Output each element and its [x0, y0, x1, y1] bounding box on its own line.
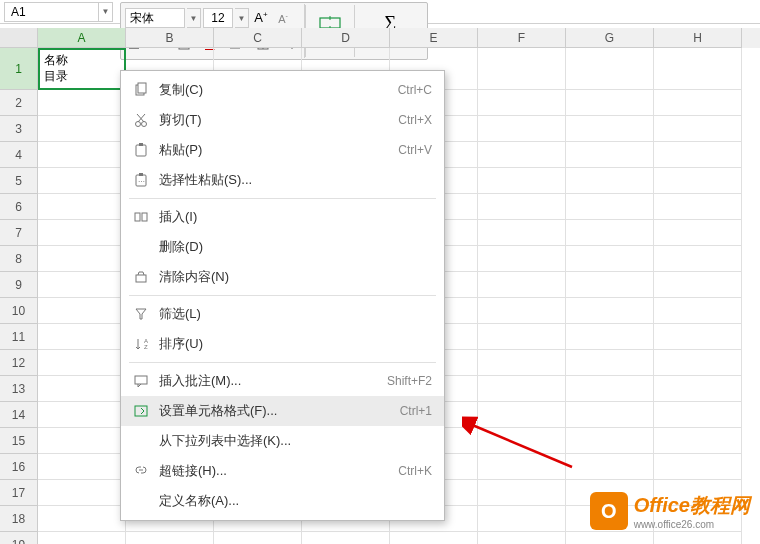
cell[interactable]	[566, 350, 654, 376]
menu-item[interactable]: 插入(I)	[121, 202, 444, 232]
cell[interactable]	[38, 532, 126, 544]
decrease-font-button[interactable]: A-	[273, 7, 293, 29]
name-box[interactable]	[4, 2, 99, 22]
menu-item[interactable]: 剪切(T)Ctrl+X	[121, 105, 444, 135]
cell[interactable]	[566, 246, 654, 272]
menu-item[interactable]: 复制(C)Ctrl+C	[121, 75, 444, 105]
cell[interactable]	[38, 168, 126, 194]
row-header-8[interactable]: 8	[0, 246, 38, 272]
cell[interactable]	[38, 194, 126, 220]
select-all-corner[interactable]	[0, 28, 38, 48]
row-header-11[interactable]: 11	[0, 324, 38, 350]
row-header-2[interactable]: 2	[0, 90, 38, 116]
row-header-5[interactable]: 5	[0, 168, 38, 194]
cell[interactable]	[478, 506, 566, 532]
cell[interactable]	[38, 116, 126, 142]
row-header-3[interactable]: 3	[0, 116, 38, 142]
row-header-4[interactable]: 4	[0, 142, 38, 168]
cell[interactable]	[38, 220, 126, 246]
cell[interactable]	[654, 48, 742, 90]
cell[interactable]	[38, 428, 126, 454]
cell[interactable]	[38, 350, 126, 376]
cell[interactable]	[478, 532, 566, 544]
col-header-H[interactable]: H	[654, 28, 742, 48]
menu-item[interactable]: 定义名称(A)...	[121, 486, 444, 516]
cell[interactable]	[566, 194, 654, 220]
menu-item[interactable]: 粘贴(P)Ctrl+V	[121, 135, 444, 165]
cell[interactable]	[214, 532, 302, 544]
cell[interactable]	[566, 48, 654, 90]
row-header-7[interactable]: 7	[0, 220, 38, 246]
cell[interactable]	[654, 220, 742, 246]
menu-item[interactable]: 超链接(H)...Ctrl+K	[121, 456, 444, 486]
col-header-D[interactable]: D	[302, 28, 390, 48]
cell[interactable]	[566, 324, 654, 350]
increase-font-button[interactable]: A+	[251, 7, 271, 29]
cell[interactable]	[566, 220, 654, 246]
row-header-17[interactable]: 17	[0, 480, 38, 506]
row-header-15[interactable]: 15	[0, 428, 38, 454]
cell[interactable]	[126, 532, 214, 544]
cell[interactable]	[654, 532, 742, 544]
font-name-dropdown[interactable]: ▼	[187, 8, 201, 28]
row-header-1[interactable]: 1	[0, 48, 38, 90]
menu-item[interactable]: 筛选(L)	[121, 299, 444, 329]
cell[interactable]	[38, 376, 126, 402]
cell[interactable]	[478, 298, 566, 324]
cell[interactable]	[566, 272, 654, 298]
cell[interactable]	[478, 246, 566, 272]
cell[interactable]	[654, 324, 742, 350]
cell[interactable]	[478, 480, 566, 506]
menu-item[interactable]: AZ排序(U)	[121, 329, 444, 359]
menu-item[interactable]: ⋯选择性粘贴(S)...	[121, 165, 444, 195]
cell[interactable]	[654, 298, 742, 324]
menu-item[interactable]: 插入批注(M)...Shift+F2	[121, 366, 444, 396]
cell[interactable]	[38, 402, 126, 428]
col-header-G[interactable]: G	[566, 28, 654, 48]
cell[interactable]	[478, 116, 566, 142]
cell[interactable]	[478, 220, 566, 246]
cell[interactable]	[38, 454, 126, 480]
cell[interactable]	[38, 298, 126, 324]
row-header-10[interactable]: 10	[0, 298, 38, 324]
cell[interactable]	[566, 168, 654, 194]
row-header-9[interactable]: 9	[0, 272, 38, 298]
cell[interactable]	[654, 350, 742, 376]
cell[interactable]	[390, 532, 478, 544]
cell[interactable]	[654, 90, 742, 116]
cell[interactable]	[478, 142, 566, 168]
row-header-13[interactable]: 13	[0, 376, 38, 402]
row-header-16[interactable]: 16	[0, 454, 38, 480]
row-header-19[interactable]: 19	[0, 532, 38, 544]
cell[interactable]	[654, 142, 742, 168]
font-size-select[interactable]	[203, 8, 233, 28]
menu-item[interactable]: 清除内容(N)	[121, 262, 444, 292]
cell[interactable]	[566, 532, 654, 544]
menu-item[interactable]: 设置单元格格式(F)...Ctrl+1	[121, 396, 444, 426]
cell[interactable]	[566, 142, 654, 168]
cell[interactable]	[478, 272, 566, 298]
cell[interactable]	[654, 376, 742, 402]
cell[interactable]	[566, 90, 654, 116]
cell[interactable]	[654, 246, 742, 272]
font-size-dropdown[interactable]: ▼	[235, 8, 249, 28]
cell[interactable]	[654, 454, 742, 480]
cell[interactable]	[654, 272, 742, 298]
cell[interactable]	[38, 506, 126, 532]
cell[interactable]	[654, 194, 742, 220]
cell[interactable]	[566, 376, 654, 402]
cell[interactable]	[38, 272, 126, 298]
cell[interactable]	[654, 402, 742, 428]
cell[interactable]	[478, 194, 566, 220]
col-header-B[interactable]: B	[126, 28, 214, 48]
menu-item[interactable]: 从下拉列表中选择(K)...	[121, 426, 444, 456]
col-header-E[interactable]: E	[390, 28, 478, 48]
menu-item[interactable]: 删除(D)	[121, 232, 444, 262]
cell[interactable]	[478, 350, 566, 376]
cell[interactable]: 名称目录	[38, 48, 126, 90]
cell[interactable]	[478, 376, 566, 402]
cell[interactable]	[478, 324, 566, 350]
col-header-A[interactable]: A	[38, 28, 126, 48]
col-header-C[interactable]: C	[214, 28, 302, 48]
cell[interactable]	[566, 298, 654, 324]
